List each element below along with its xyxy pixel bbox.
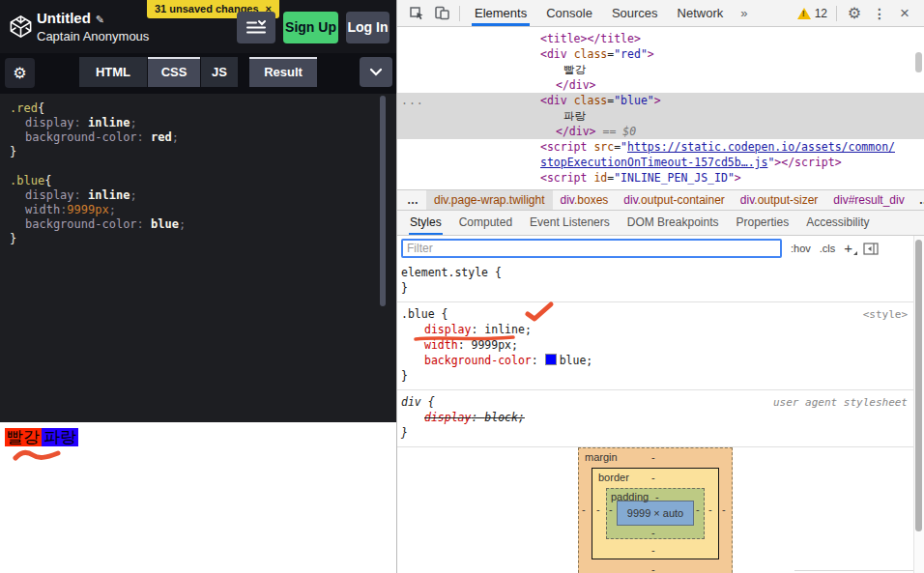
css-declaration-display-overridden[interactable]: display: block;	[401, 410, 908, 425]
rule-selector-line[interactable]: .blue {	[401, 306, 908, 322]
editor-settings-button[interactable]: ⚙	[5, 58, 35, 88]
breadcrumb-overflow-right[interactable]: …	[912, 193, 924, 207]
padding-label: padding	[611, 491, 649, 502]
margin-label: margin	[585, 451, 618, 463]
tab-css[interactable]: CSS	[148, 57, 200, 87]
rule-element-style[interactable]: element.style { }	[397, 261, 913, 302]
node-hover-dots[interactable]: ...	[401, 93, 424, 108]
code-line: }	[10, 145, 396, 159]
new-style-rule-button[interactable]: +	[844, 242, 852, 255]
margin-left-value[interactable]: -	[582, 503, 586, 515]
tree-node-title[interactable]: <title></title>	[397, 31, 924, 46]
tab-result[interactable]: Result	[249, 57, 317, 87]
tag: >	[648, 47, 654, 61]
edit-title-icon[interactable]: ✎	[96, 14, 104, 25]
padding-right-value[interactable]: -	[696, 503, 700, 515]
tab-properties[interactable]: Properties	[727, 211, 797, 235]
tab-html[interactable]: HTML	[79, 57, 147, 87]
margin-right-value[interactable]: -	[722, 503, 726, 515]
breadcrumb-item[interactable]: div.page-wrap.twilight	[426, 190, 553, 210]
computed-sidebar-toggle-icon[interactable]	[863, 243, 879, 255]
gear-icon: ⚙	[13, 65, 26, 81]
semicolon: ;	[172, 130, 179, 144]
tab-console[interactable]: Console	[536, 0, 602, 26]
breadcrumb-overflow-left[interactable]: …	[400, 193, 426, 207]
rule-user-agent-div[interactable]: user agent stylesheet div { display: blo…	[397, 390, 913, 447]
tab-accessibility[interactable]: Accessibility	[797, 211, 878, 235]
margin-top-value[interactable]: -	[651, 451, 655, 463]
crumb-rest: .output-container	[638, 193, 725, 207]
elements-scrollbar-thumb[interactable]	[915, 52, 922, 72]
semicolon: ;	[109, 203, 116, 216]
brace: {	[38, 101, 44, 115]
tree-node-script-inline[interactable]: <script id="INLINE_PEN_JS_ID">	[397, 170, 924, 186]
devtools-settings-icon[interactable]: ⚙	[842, 3, 867, 24]
margin-bottom-value[interactable]: -	[651, 563, 655, 573]
styles-filter-bar: :hov .cls +	[397, 236, 913, 261]
border-right-value[interactable]: -	[708, 503, 712, 515]
breadcrumb-item[interactable]: div.boxes	[553, 190, 617, 210]
tab-event-listeners[interactable]: Event Listeners	[521, 211, 619, 235]
tab-network[interactable]: Network	[668, 0, 734, 26]
css-selector: .blue	[10, 174, 44, 187]
tab-elements[interactable]: Elements	[465, 0, 536, 26]
toggle-hover-state-button[interactable]: :hov	[791, 243, 811, 254]
box-model-content[interactable]: 9999 × auto	[617, 501, 694, 526]
border-left-value[interactable]: -	[596, 503, 600, 515]
css-code-editor[interactable]: .red{ display: inline; background-color:…	[0, 94, 396, 422]
editor-layout-button[interactable]	[237, 12, 275, 43]
tree-node-red-text[interactable]: 빨강	[397, 62, 924, 77]
rule-selector-line[interactable]: element.style {	[401, 265, 908, 280]
tree-node-div-red-open[interactable]: <div class="red">	[397, 46, 924, 62]
tab-sources[interactable]: Sources	[602, 0, 668, 26]
devtools-close-icon[interactable]: ×	[892, 3, 917, 24]
script-src-link[interactable]: https://static.codepen.io/assets/common/	[627, 140, 895, 154]
panel-collapse-button[interactable]	[360, 57, 392, 87]
crumb-tag: div	[434, 193, 448, 207]
tree-node-div-blue-close-selected[interactable]: </div> == $0	[397, 124, 924, 139]
rule-origin-user-agent: user agent stylesheet	[773, 395, 908, 411]
brace: }	[10, 232, 16, 245]
breadcrumb-item[interactable]: div.output-sizer	[733, 190, 825, 210]
css-declaration-background-color[interactable]: background-color: blue;	[401, 353, 908, 368]
padding-bottom-value[interactable]: -	[651, 527, 655, 538]
border-bottom-value[interactable]: -	[651, 544, 655, 556]
tab-styles[interactable]: Styles	[401, 211, 450, 235]
inspect-element-icon[interactable]	[404, 3, 429, 24]
crumb-tag: div	[561, 193, 574, 207]
styles-scrollbar-thumb[interactable]	[915, 240, 922, 531]
sign-up-button[interactable]: Sign Up	[283, 12, 338, 43]
log-in-button[interactable]: Log In	[346, 12, 390, 43]
styles-filter-input[interactable]	[401, 239, 782, 258]
tag: </div>	[556, 78, 596, 92]
rule-origin-style-tag[interactable]: <style>	[863, 307, 908, 323]
tree-node-script-src-wrap[interactable]: stopExecutionOnTimeout-157cd5b….js"></sc…	[397, 155, 924, 170]
border-top-value[interactable]: -	[651, 472, 655, 483]
tab-computed[interactable]: Computed	[450, 211, 521, 235]
tree-node-blue-text-selected[interactable]: 파랑	[397, 108, 924, 124]
rule-blue-class[interactable]: <style> .blue { display: inline; width: …	[397, 302, 913, 390]
devtools-menu-icon[interactable]: ⋮	[867, 3, 892, 24]
breadcrumb-item[interactable]: div.output-container	[616, 190, 733, 210]
result-preview-panel: 빨강파랑	[0, 422, 396, 573]
tab-dom-breakpoints[interactable]: DOM Breakpoints	[619, 211, 728, 235]
warnings-indicator[interactable]: 12	[794, 7, 831, 20]
device-toolbar-icon[interactable]	[429, 3, 454, 24]
attr-name: class	[567, 94, 608, 107]
color-swatch[interactable]	[545, 354, 557, 365]
codepen-logo-icon[interactable]	[8, 14, 34, 40]
padding-left-value[interactable]: -	[609, 503, 613, 515]
toggle-class-button[interactable]: .cls	[820, 243, 836, 254]
tree-node-div-blue-open-selected[interactable]: ...<div class="blue">	[397, 93, 924, 108]
script-src-link[interactable]: stopExecutionOnTimeout-157cd5b….js	[540, 156, 767, 169]
tree-node-script-src[interactable]: <script src="https://static.codepen.io/a…	[397, 139, 924, 155]
tree-node-div-red-close[interactable]: </div>	[397, 77, 924, 93]
css-property: display	[25, 116, 74, 129]
styles-sidebar-tabs: Styles Computed Event Listeners DOM Brea…	[397, 211, 924, 236]
editor-scrollbar-thumb[interactable]	[380, 96, 386, 306]
more-tabs-icon[interactable]: »	[733, 6, 755, 20]
breadcrumb-item-selected[interactable]: div#result_div	[825, 190, 911, 210]
padding-top-value[interactable]: -	[655, 491, 659, 502]
semicolon: ;	[525, 323, 532, 336]
tab-js[interactable]: JS	[201, 57, 238, 87]
